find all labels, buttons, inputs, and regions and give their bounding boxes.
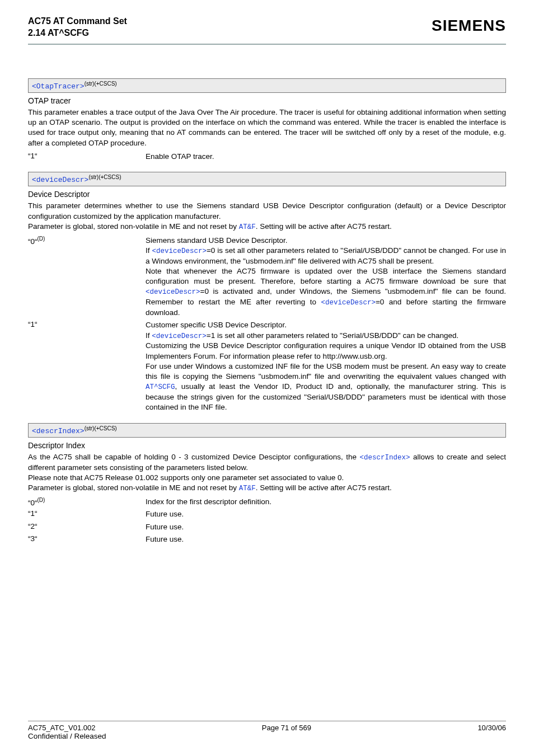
page-header: AC75 AT Command Set 2.14 AT^SCFG SIEMENS xyxy=(28,16,506,39)
footer-right: 10/30/06 xyxy=(477,724,506,732)
desc-a: Siemens standard USB Device Descriptor. xyxy=(146,236,506,246)
value-key: “0“(D) xyxy=(28,236,146,246)
value-key: “1“ xyxy=(28,152,146,160)
param-sup: (str)(+CSCS) xyxy=(85,425,117,431)
footer-row: AC75_ATC_V01.002 Page 71 of 569 10/30/06 xyxy=(28,724,506,732)
param-name: <deviceDescr> xyxy=(32,176,88,184)
text: For use under Windows a customized INF f… xyxy=(146,362,506,381)
value-key: “1“ xyxy=(28,509,146,518)
text: . Setting will be active after AC75 rest… xyxy=(256,222,392,231)
value-desc: Future use. xyxy=(146,522,506,532)
page-footer: AC75_ATC_V01.002 Page 71 of 569 10/30/06… xyxy=(28,721,506,740)
footer-left1: AC75_ATC_V01.002 xyxy=(28,724,95,732)
desc-d: For use under Windows a customized INF f… xyxy=(146,361,506,413)
desc-b: If <deviceDescr>=0 is set all other para… xyxy=(146,246,506,266)
param-title: OTAP tracer xyxy=(28,96,506,105)
value-row: “1“ Customer specific USB Device Descrip… xyxy=(28,320,506,412)
value-desc: Siemens standard USB Device Descriptor. … xyxy=(146,236,506,318)
param-title: Descriptor Index xyxy=(28,441,506,450)
text: As the AC75 shall be capable of holding … xyxy=(28,453,360,461)
param-title: Device Descriptor xyxy=(28,190,506,199)
link-atf[interactable]: AT&F xyxy=(239,485,256,492)
text: Parameter is global, stored non-volatile… xyxy=(28,222,239,231)
value-row: “0“(D) Siemens standard USB Device Descr… xyxy=(28,236,506,318)
value-key: “2“ xyxy=(28,522,146,530)
link-atscfg[interactable]: AT^SCFG xyxy=(146,383,175,391)
key-text: “0“ xyxy=(28,499,38,507)
param-intro-p3: Parameter is global, stored non-volatile… xyxy=(28,483,506,494)
desc-a: Customer specific USB Device Descriptor. xyxy=(146,320,506,330)
value-desc: Index for the first descriptor definitio… xyxy=(146,497,506,507)
value-row: “2“ Future use. xyxy=(28,522,506,532)
param-name: <descrIndex> xyxy=(32,427,85,435)
desc-c: Note that whenever the AC75 firmware is … xyxy=(146,266,506,318)
value-row: “1“ Future use. xyxy=(28,509,506,519)
footer-rule xyxy=(28,721,506,721)
text: Parameter is global, stored non-volatile… xyxy=(28,483,239,492)
value-desc: Customer specific USB Device Descriptor.… xyxy=(146,320,506,412)
link-descrindex[interactable]: <descrIndex> xyxy=(360,454,410,462)
text: If xyxy=(146,246,152,255)
link-atf[interactable]: AT&F xyxy=(239,223,256,231)
text: =1 is set all other parameters related t… xyxy=(207,331,458,340)
brand-logo: SIEMENS xyxy=(432,17,506,35)
param-box-otaptracer: <OtapTracer>(str)(+CSCS) xyxy=(28,78,506,93)
param-intro-p1: As the AC75 shall be capable of holding … xyxy=(28,452,506,473)
link-devicedescr[interactable]: <deviceDescr> xyxy=(152,332,207,340)
header-rule xyxy=(28,44,506,45)
doc-title: AC75 AT Command Set xyxy=(28,16,127,27)
footer-left2: Confidential / Released xyxy=(28,732,506,740)
header-left: AC75 AT Command Set 2.14 AT^SCFG xyxy=(28,16,127,39)
key-sup: (D) xyxy=(38,497,45,503)
section-ref: 2.14 AT^SCFG xyxy=(28,27,127,39)
text: Note that whenever the AC75 firmware is … xyxy=(146,267,506,285)
value-row: “1“ Enable OTAP tracer. xyxy=(28,152,506,162)
value-key: “1“ xyxy=(28,320,146,328)
param-name: <OtapTracer> xyxy=(32,82,85,91)
value-row: “3“ Future use. xyxy=(28,534,506,544)
value-desc: Future use. xyxy=(146,534,506,544)
link-devicedescr[interactable]: <deviceDescr> xyxy=(146,288,200,296)
key-text: “0“ xyxy=(28,237,38,245)
desc-c: Customizing the USB Device Descriptor co… xyxy=(146,341,506,361)
param-intro-p2: Please note that AC75 Release 01.002 sup… xyxy=(28,473,506,483)
value-desc: Future use. xyxy=(146,509,506,519)
text: . Setting will be active after AC75 rest… xyxy=(256,483,392,492)
param-sup: (str)(+CSCS) xyxy=(85,81,117,87)
text: If xyxy=(146,331,152,340)
param-box-descrindex: <descrIndex>(str)(+CSCS) xyxy=(28,423,506,438)
param-intro: This parameter enables a trace output of… xyxy=(28,107,506,148)
key-sup: (D) xyxy=(38,236,45,242)
value-key: “0“(D) xyxy=(28,497,146,507)
value-key: “3“ xyxy=(28,534,146,543)
text: , usually at least the Vendor ID, Produc… xyxy=(146,382,506,411)
param-sup: (str)(+CSCS) xyxy=(88,174,121,180)
param-box-devicedescr: <deviceDescr>(str)(+CSCS) xyxy=(28,172,506,186)
footer-center: Page 71 of 569 xyxy=(262,724,311,732)
link-devicedescr[interactable]: <deviceDescr> xyxy=(152,247,207,255)
desc-b: If <deviceDescr>=1 is set all other para… xyxy=(146,331,506,341)
param-intro-p2: Parameter is global, stored non-volatile… xyxy=(28,222,506,232)
value-row: “0“(D) Index for the first descriptor de… xyxy=(28,497,506,507)
link-devicedescr[interactable]: <deviceDescr> xyxy=(321,299,376,307)
value-desc: Enable OTAP tracer. xyxy=(146,152,506,162)
footer-left: AC75_ATC_V01.002 xyxy=(28,724,95,732)
param-intro-p1: This parameter determines whether to use… xyxy=(28,201,506,221)
